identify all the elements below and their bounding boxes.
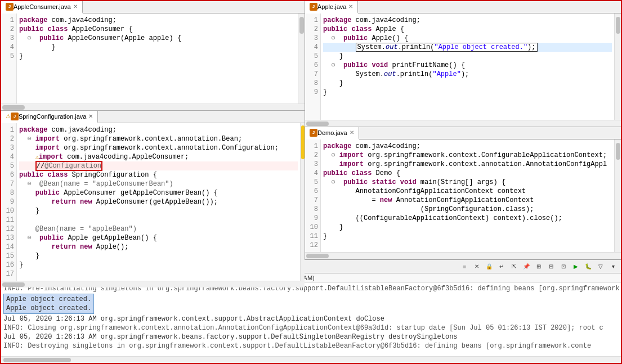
clear-button[interactable]: ✕	[471, 261, 482, 272]
spring-config-scrollbar-h[interactable]	[1, 281, 305, 287]
code-line: public class SpringConfiguration {	[19, 170, 298, 179]
code-line: import org.springframework.context.annot…	[323, 160, 612, 169]
scroll-lock-button[interactable]: 🔒	[484, 261, 495, 272]
java-file-icon: J	[11, 113, 19, 120]
toolbar-btn-3[interactable]: ⊡	[558, 261, 569, 272]
apple-close[interactable]: ✕	[348, 3, 353, 10]
demo-tab-label: Demo.java	[317, 129, 347, 136]
code-line: return new AppleConsumer(getAppleBean())…	[19, 197, 298, 206]
console-line: Jul 05, 2020 1:26:13 AM org.springframew…	[3, 314, 619, 323]
menu-button[interactable]: ▾	[607, 261, 619, 272]
code-line: }	[323, 79, 612, 88]
demo-tab-bar: J Demo.java ✕	[305, 127, 621, 140]
apple-scrollbar-v[interactable]	[614, 14, 621, 120]
word-wrap-button[interactable]: ↵	[496, 261, 507, 272]
code-line: }	[19, 52, 296, 61]
apple-consumer-code[interactable]: package com.java4coding; public class Ap…	[17, 14, 298, 104]
code-line: }	[323, 52, 612, 61]
apple-pane: J Apple.java ✕ 123456789 package com.jav…	[305, 1, 621, 127]
spring-config-pane: ⚠ J SpringConfiguration.java ✕ 123456789…	[1, 111, 305, 287]
code-line: ⊖ public Apple() {	[323, 34, 612, 43]
highlighted-code: //@Configuration	[35, 161, 102, 171]
code-line: public class AppleConsumer {	[19, 25, 296, 34]
console-line: INFO: Destroying singletons in org.sprin…	[3, 341, 619, 350]
right-column: J Apple.java ✕ 123456789 package com.jav…	[305, 1, 621, 259]
code-line	[19, 269, 298, 278]
editor-area: J AppleConsumer.java ✕ 12345 package com…	[1, 1, 621, 259]
apple-consumer-close[interactable]: ✕	[73, 3, 78, 10]
apple-consumer-tab-bar: J AppleConsumer.java ✕	[1, 1, 305, 14]
open-console-button[interactable]: ⇱	[508, 261, 520, 272]
demo-close[interactable]: ✕	[350, 129, 354, 136]
java-file-icon: J	[6, 3, 14, 11]
demo-editor: 123456789101112 package com.java4coding;…	[305, 140, 621, 259]
apple-code[interactable]: package com.java4coding; public class Ap…	[321, 14, 614, 120]
code-line: public AppleConsumer getAppleConsumerBea…	[19, 188, 298, 197]
spring-config-scrollbar-v[interactable]	[300, 123, 305, 281]
console-line-apple2: Apple object created.	[6, 304, 91, 313]
demo-code[interactable]: package com.java4coding; ⊖ import org.sp…	[321, 140, 614, 252]
spring-config-code[interactable]: package com.java4coding; ⊖ import org.sp…	[17, 123, 300, 281]
apple-tab-bar: J Apple.java ✕	[305, 1, 621, 14]
code-line: public class Apple {	[323, 25, 612, 34]
code-line: return new Apple();	[19, 242, 298, 251]
demo-tab[interactable]: J Demo.java ✕	[305, 127, 359, 140]
pin-button[interactable]: 📌	[521, 261, 532, 272]
console-output[interactable]: INFO: Pre-instantiating singletons in or…	[1, 283, 621, 356]
spring-config-code-area: 1234567891011121314151617 package com.ja…	[1, 123, 305, 281]
apple-line-numbers: 123456789	[305, 14, 321, 120]
code-line: package com.java4coding;	[19, 16, 296, 25]
collapse-button[interactable]: ▽	[595, 261, 606, 272]
apple-consumer-tab[interactable]: J AppleConsumer.java ✕	[1, 1, 83, 14]
code-line: ((ConfigurableApplicationContext) contex…	[323, 214, 612, 223]
demo-pane: J Demo.java ✕ 123456789101112 package co…	[305, 127, 621, 259]
code-line: public class Demo {	[323, 169, 612, 178]
bottom-scrollbar-h[interactable]	[1, 356, 621, 363]
spring-config-tab[interactable]: ⚠ J SpringConfiguration.java ✕	[1, 111, 98, 123]
code-line: package com.java4coding;	[19, 125, 298, 134]
spring-config-tab-bar: ⚠ J SpringConfiguration.java ✕	[1, 111, 305, 123]
apple-tab-label: Apple.java	[317, 3, 346, 10]
toolbar-btn-2[interactable]: ⊟	[545, 261, 557, 272]
console-line: INFO: Closing org.springframework.contex…	[3, 323, 619, 332]
debug-button[interactable]: 🐛	[583, 261, 594, 272]
code-line: }	[19, 206, 298, 215]
code-line: ⊖ @Bean(name = "appleConsumerBean")	[19, 179, 298, 188]
demo-scrollbar-h[interactable]	[305, 252, 621, 259]
code-line: //@Configuration	[19, 161, 298, 170]
scrollbar-thumb	[616, 17, 620, 34]
code-line: ⊖ import org.springframework.context.Con…	[323, 151, 612, 160]
console-toolbar: ■ ✕ 🔒 ↵ ⇱ 📌 ⊞ ⊟ ⊡ ▶ 🐛 ▽ ▾	[459, 261, 619, 272]
apple-consumer-pane: J AppleConsumer.java ✕ 12345 package com…	[1, 1, 305, 111]
run-button[interactable]: ▶	[570, 261, 581, 272]
scrollbar-thumb	[299, 17, 304, 34]
code-line: @Bean(name = "appleBean")	[19, 224, 298, 233]
code-line: AnnotationConfigApplicationContext conte…	[323, 187, 612, 196]
apple-code-area: 123456789 package com.java4coding; publi…	[305, 14, 621, 120]
apple-scrollbar-h[interactable]	[305, 120, 621, 127]
apple-tab[interactable]: J Apple.java ✕	[305, 1, 358, 14]
stop-button[interactable]: ■	[459, 261, 470, 272]
code-line: }	[323, 88, 612, 97]
spring-config-close[interactable]: ✕	[88, 113, 93, 119]
apple-consumer-scrollbar-h[interactable]	[1, 104, 305, 110]
code-line	[19, 215, 298, 224]
left-column: J AppleConsumer.java ✕ 12345 package com…	[1, 1, 305, 259]
toolbar-btn-1[interactable]: ⊞	[533, 261, 544, 272]
spring-config-tab-label: SpringConfiguration.java	[19, 113, 86, 120]
code-line: import org.springframework.context.annot…	[19, 143, 298, 152]
bottom-scrollbar-thumb	[3, 358, 71, 362]
demo-code-area: 123456789101112 package com.java4coding;…	[305, 140, 621, 252]
code-line: (SpringConfiguration.class);	[323, 205, 612, 214]
code-line: ⊖ public Apple getAppleBean() {	[19, 233, 298, 242]
apple-consumer-scrollbar-v[interactable]	[298, 14, 305, 104]
java-file-icon: J	[310, 129, 317, 137]
demo-scrollbar-v[interactable]	[614, 140, 621, 252]
apple-consumer-editor: 12345 package com.java4coding; public cl…	[1, 14, 305, 110]
code-line: package com.java4coding;	[323, 142, 612, 151]
apple-consumer-code-area: 12345 package com.java4coding; public cl…	[1, 14, 305, 104]
console-highlighted-block: Apple object created. Apple object creat…	[3, 294, 94, 314]
scrollbar-h-thumb	[2, 282, 25, 287]
code-line: }	[323, 223, 612, 232]
code-line: ⊖ public AppleConsumer(Apple apple) {	[19, 34, 296, 43]
